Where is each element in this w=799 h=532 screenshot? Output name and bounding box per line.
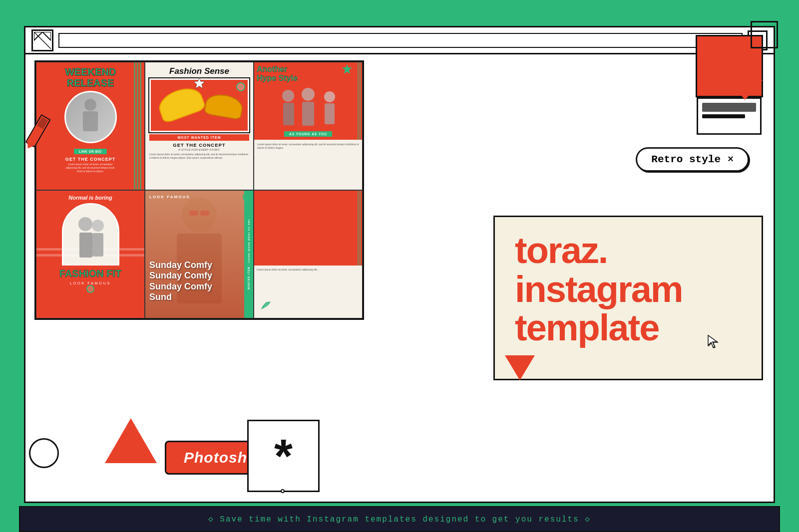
template-card-hype[interactable]: AnotherHype Style [254, 62, 363, 190]
svg-rect-12 [325, 103, 335, 124]
retro-tag-close[interactable]: × [728, 154, 734, 165]
svg-point-9 [302, 88, 315, 101]
tpl1-title: WEEKENDRELEASE [40, 66, 140, 88]
svg-rect-8 [283, 103, 294, 125]
svg-point-7 [282, 90, 294, 102]
svg-rect-19 [189, 211, 198, 216]
browser-header [25, 27, 774, 54]
tpl2-badge: MOST WANTED ITEM [149, 134, 249, 141]
deco-bowtie [728, 61, 763, 100]
tpl2-subtext: A STYLE FOR EVERY STORY. [149, 148, 249, 151]
svg-point-3 [84, 99, 96, 111]
cursor-icon [707, 334, 719, 351]
tpl3-body: Lorem ipsum dolor sit amet, consectetur … [257, 143, 359, 150]
deco-corner-tr [751, 21, 778, 48]
tpl2-subtitle: GET THE CONCEPT [149, 142, 249, 148]
retro-tag[interactable]: Retro style × [636, 147, 749, 172]
svg-point-13 [78, 217, 92, 231]
svg-point-17 [182, 197, 217, 232]
templates-grid: WEEKENDRELEASE LINK ON BIO GET THE CONCE… [34, 60, 364, 320]
svg-rect-16 [92, 233, 103, 257]
svg-rect-4 [83, 111, 98, 131]
deco-triangle [105, 418, 157, 463]
template-card-partial[interactable]: Lorem ipsum dolor sit amet, consectetur … [254, 190, 363, 318]
tpl5-title-4: Sund [149, 292, 212, 303]
tpl5-title-2: Sunday Comfy [149, 270, 212, 281]
url-bar[interactable] [58, 33, 743, 48]
brand-panel: toraz. instagram template [493, 216, 763, 380]
svg-point-11 [324, 91, 335, 102]
tpl1-subtitle: GET THE CONCEPT [40, 157, 140, 162]
tpl5-title-3: Sunday Comfy [149, 281, 212, 292]
svg-point-15 [92, 220, 104, 232]
template-card-weekend[interactable]: WEEKENDRELEASE LINK ON BIO GET THE CONCE… [36, 62, 145, 190]
svg-rect-14 [79, 233, 92, 258]
tpl1-body: Lorem ipsum dolor sit amet, consectetura… [40, 163, 140, 173]
svg-marker-1 [42, 32, 51, 40]
tpl2-title: Fashion Sense [149, 66, 249, 76]
tpl5-look: LOOK FAMOUS [149, 195, 249, 199]
template-card-fashion-fit[interactable]: Normal is boring ☺ FASHION FIT LOOK FAMO… [36, 190, 145, 318]
bottom-bar: ◇ Save time with Instagram templates des… [19, 506, 780, 532]
panel-corner-triangle [505, 355, 535, 380]
browser-icon-left [31, 29, 53, 51]
svg-marker-6 [342, 64, 352, 74]
tpl3-badge: AS YOUNG AS YOU [284, 131, 332, 137]
tpl1-badge: LINK ON BIO [74, 149, 107, 154]
template-card-fashion-sense[interactable]: Fashion Sense ☺ MOST WANTED ITEM GET THE… [145, 62, 254, 190]
tpl4-normal: Normal is boring [40, 195, 140, 201]
tpl2-body: Lorem ipsum dolor sit amet, consectetur … [149, 153, 249, 160]
asterisk-box: * [247, 420, 320, 492]
deco-circle [29, 438, 59, 468]
svg-marker-21 [708, 335, 717, 347]
deco-monitor [697, 97, 762, 135]
tpl6-body: Lorem ipsum dolor sit amet, consectetur … [257, 268, 360, 271]
svg-marker-5 [194, 77, 205, 88]
svg-rect-10 [302, 102, 314, 126]
deco-dot [281, 489, 285, 493]
retro-tag-label: Retro style [651, 154, 721, 165]
bottom-bar-text: ◇ Save time with Instagram templates des… [208, 514, 591, 524]
tpl4-title: FASHION FIT [40, 268, 140, 279]
tpl5-title-1: Sunday Comfy [149, 260, 212, 271]
brand-name: toraz. instagram template [515, 231, 742, 347]
template-card-sunday[interactable]: LOOK FAMOUS ☺ Sunday Comfy Sunday Comfy … [145, 190, 254, 318]
svg-rect-20 [200, 211, 209, 216]
